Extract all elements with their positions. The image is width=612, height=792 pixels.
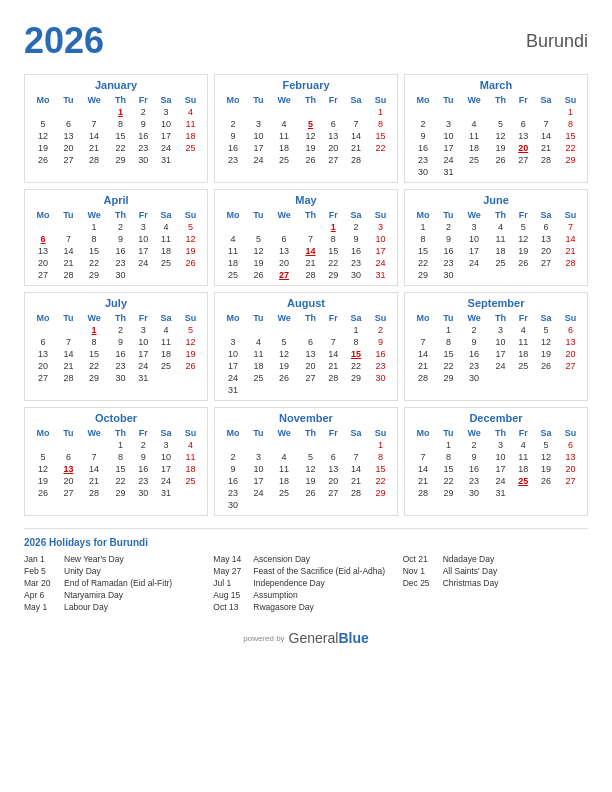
holiday-date: Aug 15 (213, 590, 249, 600)
calendar-day: 10 (437, 130, 459, 142)
month-block: NovemberMoTuWeThFrSaSu123456789101112131… (214, 407, 398, 516)
calendar-day: 23 (132, 475, 154, 487)
calendar-day: 17 (368, 245, 393, 257)
holiday-name: Rwagasore Day (253, 602, 313, 612)
calendar-day: 21 (322, 360, 344, 372)
calendar-day: 19 (299, 142, 323, 154)
month-block: MayMoTuWeThFrSaSu12345678910111213141516… (214, 189, 398, 286)
weekday-header: Su (178, 427, 203, 439)
month-title: December (409, 412, 583, 424)
weekday-header: Su (558, 94, 583, 106)
calendar-day: 24 (247, 154, 269, 166)
calendar-day (80, 439, 109, 451)
weekday-header: Fr (512, 94, 534, 106)
weekday-header: Tu (247, 427, 269, 439)
calendar-day: 11 (154, 336, 178, 348)
calendar-day: 30 (437, 269, 459, 281)
calendar-day: 13 (270, 245, 299, 257)
calendar-day: 20 (299, 360, 323, 372)
calendar-day (534, 269, 558, 281)
holiday-item: Aug 15Assumption (213, 590, 398, 600)
calendar-day: 6 (558, 439, 583, 451)
calendar-day (29, 439, 57, 451)
weekday-header: Th (299, 312, 323, 324)
calendar-day: 23 (409, 154, 437, 166)
holiday-item: Dec 25Christmas Day (403, 578, 588, 588)
calendar-day: 5 (534, 324, 558, 336)
calendar-day: 17 (437, 142, 459, 154)
calendar-day: 31 (489, 487, 513, 499)
calendar-day: 2 (219, 451, 247, 463)
page-header: 2026 Burundi (24, 20, 588, 62)
weekday-header: Sa (344, 427, 368, 439)
calendar-day: 21 (409, 360, 437, 372)
calendar-day: 24 (132, 360, 154, 372)
calendar-day: 12 (178, 336, 203, 348)
calendar-day: 11 (247, 348, 269, 360)
holiday-item: Mar 20End of Ramadan (Eid al-Fitr) (24, 578, 209, 588)
calendar-day: 26 (299, 487, 323, 499)
calendar-day: 12 (534, 336, 558, 348)
calendar-day: 25 (178, 142, 203, 154)
calendar-day (219, 324, 247, 336)
calendar-day: 2 (109, 221, 133, 233)
weekday-header: Fr (512, 312, 534, 324)
weekday-header: Th (489, 312, 513, 324)
holiday-item: May 1Labour Day (24, 602, 209, 612)
calendar-day (512, 106, 534, 118)
month-block: SeptemberMoTuWeThFrSaSu12345678910111213… (404, 292, 588, 401)
calendar-day: 7 (558, 221, 583, 233)
calendar-day (409, 324, 437, 336)
weekday-header: Sa (154, 312, 178, 324)
calendar-day: 10 (247, 130, 269, 142)
calendar-day (132, 269, 154, 281)
weekday-header: Fr (132, 427, 154, 439)
calendar-day: 7 (322, 336, 344, 348)
weekday-header: Th (109, 312, 133, 324)
holiday-date: Apr 6 (24, 590, 60, 600)
calendar-day: 31 (132, 372, 154, 384)
calendar-day: 26 (299, 154, 323, 166)
calendar-day: 1 (368, 106, 393, 118)
calendar-day: 30 (368, 372, 393, 384)
calendar-day: 27 (558, 360, 583, 372)
calendar-day: 14 (57, 245, 79, 257)
calendar-day: 9 (460, 336, 489, 348)
calendar-day: 29 (409, 269, 437, 281)
calendar-day: 14 (80, 130, 109, 142)
weekday-header: Sa (344, 209, 368, 221)
calendar-day: 25 (154, 257, 178, 269)
calendar-day: 5 (29, 118, 57, 130)
calendar-day: 27 (512, 154, 534, 166)
calendar-day: 8 (409, 233, 437, 245)
weekday-header: Sa (534, 94, 558, 106)
calendar-day: 12 (299, 463, 323, 475)
calendar-day: 4 (154, 221, 178, 233)
calendar-day (178, 487, 203, 499)
calendar-day: 27 (299, 372, 323, 384)
calendar-day: 9 (219, 463, 247, 475)
calendar-day: 30 (344, 269, 368, 281)
calendar-day: 10 (489, 451, 513, 463)
calendar-day (219, 439, 247, 451)
calendar-day: 9 (219, 130, 247, 142)
calendar-day: 28 (80, 154, 109, 166)
calendar-day (460, 166, 489, 178)
calendar-day: 12 (247, 245, 269, 257)
calendar-day (322, 106, 344, 118)
calendar-day (489, 166, 513, 178)
calendar-day: 3 (154, 106, 178, 118)
calendar-day: 10 (154, 451, 178, 463)
calendar-day: 7 (299, 233, 323, 245)
calendar-day: 14 (322, 348, 344, 360)
weekday-header: Th (299, 209, 323, 221)
holiday-date: Jul 1 (213, 578, 249, 588)
calendar-day: 13 (57, 463, 79, 475)
calendar-day: 17 (489, 463, 513, 475)
weekday-header: We (270, 312, 299, 324)
holiday-name: Independence Day (253, 578, 324, 588)
calendar-day: 27 (57, 154, 79, 166)
calendar-day: 21 (57, 257, 79, 269)
calendar-day: 15 (437, 463, 459, 475)
calendar-day: 31 (368, 269, 393, 281)
